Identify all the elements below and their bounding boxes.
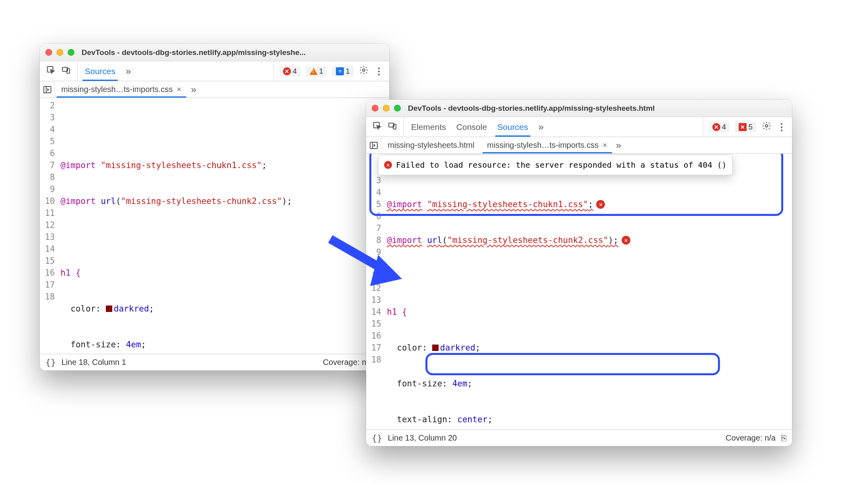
error-tooltip: ✕ Failed to load resource: the server re…: [378, 155, 733, 175]
kebab-menu-icon[interactable]: ⋮: [777, 121, 786, 133]
error-count-badge[interactable]: ✕4: [709, 122, 730, 132]
color-swatch-darkred[interactable]: [106, 306, 112, 312]
navigator-toggle-icon[interactable]: [366, 137, 381, 153]
kebab-menu-icon[interactable]: ⋮: [374, 66, 384, 77]
device-toolbar-icon[interactable]: [61, 65, 71, 77]
window-title: DevTools - devtools-dbg-stories.netlify.…: [82, 48, 306, 57]
navigator-toggle-icon[interactable]: [40, 81, 55, 98]
more-tabs-icon[interactable]: »: [538, 117, 544, 137]
titlebar: DevTools - devtools-dbg-stories.netlify.…: [40, 44, 389, 61]
error-icon: ✕: [384, 161, 392, 169]
file-tab-imports-css[interactable]: missing-stylesh…ts-imports.css ×: [481, 137, 614, 153]
line-number-gutter: 3456789101112131415161718: [366, 154, 385, 429]
devtools-window-after: DevTools - devtools-dbg-stories.netlify.…: [366, 100, 792, 446]
tab-sources[interactable]: Sources: [85, 61, 115, 81]
settings-icon[interactable]: [762, 121, 771, 133]
main-toolbar: Sources » ✕4 1 ≡1 ⋮: [40, 61, 389, 81]
line-number-gutter: 23456789101112131415161718: [40, 98, 59, 354]
file-tab-imports-css[interactable]: missing-stylesh…ts-imports.css ×: [55, 81, 188, 98]
traffic-lights: [372, 105, 401, 112]
minimize-window-button[interactable]: [57, 49, 63, 56]
zoom-window-button[interactable]: [394, 105, 401, 112]
svg-point-3: [363, 69, 365, 71]
tab-sources[interactable]: Sources: [497, 117, 528, 137]
status-bar: {} Line 18, Column 1 Coverage: n/a ⎘: [40, 354, 389, 370]
error-marker-icon[interactable]: ✕: [596, 200, 605, 209]
code-content[interactable]: @import "missing-stylesheets-chukn1.css"…: [385, 154, 792, 429]
main-toolbar: Elements Console Sources » ✕4 ✕5 ⋮: [366, 117, 792, 137]
code-content[interactable]: @import "missing-stylesheets-chukn1.css"…: [59, 98, 389, 354]
inspect-icon[interactable]: [46, 65, 56, 77]
more-file-tabs-icon[interactable]: »: [614, 140, 621, 151]
arrow-icon: [322, 227, 410, 291]
pretty-print-icon[interactable]: {}: [372, 433, 382, 443]
file-tabs-bar: missing-stylesheets.html missing-stylesh…: [366, 137, 792, 154]
more-file-tabs-icon[interactable]: »: [188, 84, 196, 95]
more-tabs-icon[interactable]: »: [126, 61, 131, 81]
color-swatch-darkred[interactable]: [432, 345, 439, 351]
coverage-status: Coverage: n/a: [726, 433, 776, 443]
close-window-button[interactable]: [45, 49, 52, 56]
code-editor[interactable]: ✕ Failed to load resource: the server re…: [366, 154, 792, 429]
svg-point-9: [765, 125, 768, 127]
titlebar: DevTools - devtools-dbg-stories.netlify.…: [366, 100, 792, 117]
cursor-position: Line 18, Column 1: [62, 358, 126, 367]
device-toolbar-icon[interactable]: [388, 121, 397, 133]
status-bar: {} Line 13, Column 20 Coverage: n/a ⎘: [366, 429, 792, 446]
zoom-window-button[interactable]: [68, 49, 74, 56]
error-marker-icon[interactable]: ✕: [622, 236, 630, 245]
window-title: DevTools - devtools-dbg-stories.netlify.…: [408, 104, 655, 113]
warning-count-badge[interactable]: 1: [306, 66, 327, 76]
tab-console[interactable]: Console: [456, 117, 487, 137]
cursor-position: Line 13, Column 20: [388, 433, 457, 443]
issues-count-badge[interactable]: ✕5: [735, 122, 756, 132]
inspect-icon[interactable]: [373, 121, 382, 133]
error-count-badge[interactable]: ✕4: [279, 66, 300, 76]
minimize-window-button[interactable]: [383, 105, 390, 112]
devtools-window-before: DevTools - devtools-dbg-stories.netlify.…: [40, 44, 389, 370]
file-tab-html[interactable]: missing-stylesheets.html: [381, 137, 481, 153]
tab-elements[interactable]: Elements: [411, 117, 446, 137]
close-window-button[interactable]: [372, 105, 378, 112]
close-tab-icon[interactable]: ×: [177, 85, 181, 94]
traffic-lights: [45, 49, 74, 56]
settings-icon[interactable]: [359, 65, 369, 77]
pretty-print-icon[interactable]: {}: [45, 357, 56, 367]
coverage-status: Coverage: n/a: [323, 358, 373, 367]
info-count-badge[interactable]: ≡1: [332, 66, 353, 76]
close-tab-icon[interactable]: ×: [603, 141, 607, 150]
code-editor[interactable]: 23456789101112131415161718 @import "miss…: [40, 98, 389, 354]
source-map-icon[interactable]: ⎘: [781, 433, 786, 443]
file-tabs-bar: missing-stylesh…ts-imports.css × »: [40, 81, 389, 98]
